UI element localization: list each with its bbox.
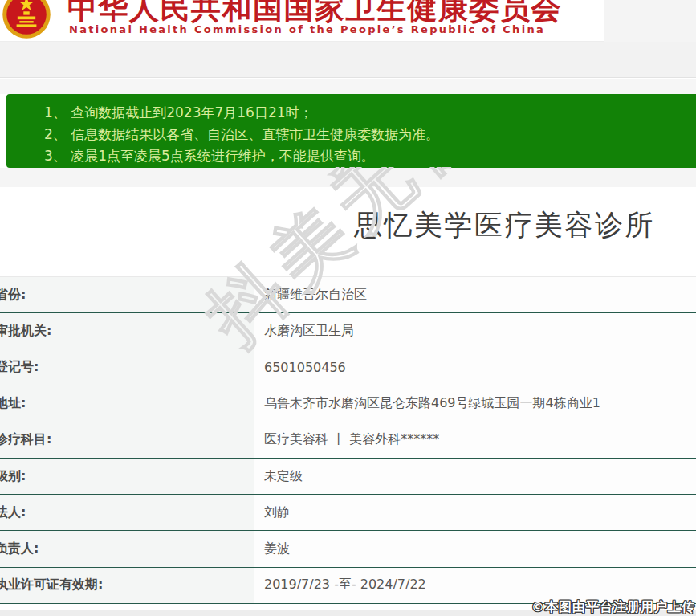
row-label: 登记号: bbox=[0, 349, 254, 385]
notice-line: 1、 查询数据截止到2023年7月16日21时； bbox=[44, 102, 688, 124]
institution-name: 思忆美学医疗美容诊所 bbox=[354, 206, 655, 244]
row-label: 省份: bbox=[0, 277, 254, 312]
row-label-text: 负责人: bbox=[0, 541, 39, 557]
table-row: 级别:未定级 bbox=[0, 459, 696, 495]
table-row: 审批机关:水磨沟区卫生局 bbox=[0, 313, 696, 349]
gray-strip-below-notice bbox=[0, 168, 696, 187]
page: 中华人民共和国国家卫生健康委员会 National Health Commiss… bbox=[0, 0, 696, 616]
row-value: 姜波 bbox=[254, 531, 696, 566]
table-row: 地址:乌鲁木齐市水磨沟区昆仑东路469号绿城玉园一期4栋商业1 bbox=[0, 386, 696, 422]
row-label-text: 执业许可证有效期: bbox=[0, 577, 103, 594]
row-value: 2019/7/23 -至- 2024/7/22 bbox=[254, 568, 696, 603]
row-label: 地址: bbox=[0, 386, 254, 422]
row-value: 6501050456 bbox=[254, 349, 696, 385]
details-table: 省份:新疆维吾尔自治区审批机关:水磨沟区卫生局登记号:6501050456地址:… bbox=[0, 276, 696, 604]
gray-strip-lower bbox=[0, 79, 696, 94]
site-header: 中华人民共和国国家卫生健康委员会 National Health Commiss… bbox=[0, 0, 604, 42]
row-label: 负责人: bbox=[0, 531, 254, 566]
table-row: 省份:新疆维吾尔自治区 bbox=[0, 277, 696, 313]
row-value: 刘静 bbox=[254, 495, 696, 530]
notice-line: 2、 信息数据结果以各省、自治区、直辖市卫生健康委数据为准。 bbox=[44, 124, 688, 145]
row-label: 审批机关: bbox=[0, 313, 254, 349]
row-value: 医疗美容科 丨 美容外科****** bbox=[254, 422, 696, 458]
row-value: 水磨沟区卫生局 bbox=[254, 313, 696, 349]
row-label-text: 审批机关: bbox=[0, 323, 51, 340]
row-value: 未定级 bbox=[254, 459, 696, 494]
notice-line: 3、 凌晨1点至凌晨5点系统进行维护，不能提供查询。 bbox=[44, 145, 688, 167]
row-label-text: 法人: bbox=[0, 504, 26, 521]
table-row: 法人:刘静 bbox=[0, 495, 696, 531]
copyright-watermark: ©本图由平台注册用户上传 bbox=[531, 599, 695, 616]
row-label-text: 登记号: bbox=[0, 359, 39, 376]
row-value: 乌鲁木齐市水磨沟区昆仑东路469号绿城玉园一期4栋商业1 bbox=[254, 386, 696, 422]
row-label: 执业许可证有效期: bbox=[0, 568, 254, 603]
table-row: 诊疗科目:医疗美容科 丨 美容外科****** bbox=[0, 422, 696, 459]
row-value: 新疆维吾尔自治区 bbox=[254, 277, 696, 312]
row-label-text: 地址: bbox=[0, 395, 26, 412]
header-right-filler bbox=[604, 0, 696, 42]
row-label-text: 省份: bbox=[0, 287, 26, 304]
table-row: 登记号:6501050456 bbox=[0, 349, 696, 386]
gray-strip-upper bbox=[0, 42, 696, 78]
row-label-text: 级别: bbox=[0, 468, 26, 485]
table-row: 执业许可证有效期:2019/7/23 -至- 2024/7/22 bbox=[0, 568, 696, 604]
row-label: 级别: bbox=[0, 459, 254, 494]
row-label-text: 诊疗科目: bbox=[0, 431, 51, 448]
table-row: 负责人:姜波 bbox=[0, 531, 696, 567]
china-national-emblem-icon bbox=[2, 0, 51, 39]
row-label: 诊疗科目: bbox=[0, 422, 254, 458]
row-label: 法人: bbox=[0, 495, 254, 530]
site-title-english: National Health Commission of the People… bbox=[69, 23, 545, 35]
notice-box: 1、 查询数据截止到2023年7月16日21时； 2、 信息数据结果以各省、自治… bbox=[6, 94, 696, 168]
